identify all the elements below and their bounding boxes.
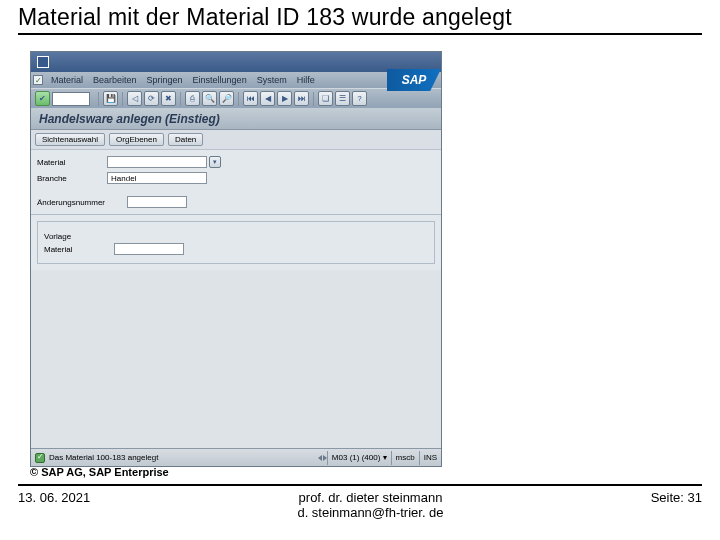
menu-system[interactable]: System: [252, 75, 292, 85]
status-message: Das Material 100-183 angelegt: [49, 453, 314, 462]
toolbar-separator: [98, 92, 99, 106]
system-menu-icon[interactable]: [37, 56, 49, 68]
footer-author-email: d. steinmann@fh-trier. de: [297, 505, 443, 520]
footer-page: Seite: 31: [651, 490, 702, 505]
btn-daten[interactable]: Daten: [168, 133, 203, 146]
screen-subtitle: Handelsware anlegen (Einstieg): [31, 108, 441, 130]
slide-copyright: © SAP AG, SAP Enterprise: [30, 466, 169, 478]
status-mode: INS: [419, 451, 441, 465]
btn-orgebenen[interactable]: OrgEbenen: [109, 133, 164, 146]
footer-author-name: prof. dr. dieter steinmann: [299, 490, 443, 505]
exit-icon[interactable]: ⟳: [144, 91, 159, 106]
triangle-left-icon: [318, 455, 322, 461]
vorlage-material-label: Material: [44, 245, 114, 254]
next-page-icon[interactable]: ▶: [277, 91, 292, 106]
prev-page-icon[interactable]: ◀: [260, 91, 275, 106]
find-icon[interactable]: 🔍: [202, 91, 217, 106]
slide-title: Material mit der Material ID 183 wurde a…: [18, 4, 702, 35]
back-icon[interactable]: ◁: [127, 91, 142, 106]
menu-bar: ✓ Material Bearbeiten Springen Einstellu…: [31, 72, 441, 88]
toolbar-separator: [122, 92, 123, 106]
material-f4-icon[interactable]: ▾: [209, 156, 221, 168]
command-field[interactable]: [52, 92, 90, 106]
vorlage-group: Vorlage Material: [37, 221, 435, 264]
print-icon[interactable]: ⎙: [185, 91, 200, 106]
first-page-icon[interactable]: ⏮: [243, 91, 258, 106]
vorlage-group-label: Vorlage: [44, 232, 428, 241]
menu-bearbeiten[interactable]: Bearbeiten: [88, 75, 142, 85]
application-toolbar: ✔ 💾 ◁ ⟳ ✖ ⎙ 🔍 🔎 ⏮ ◀ ▶ ⏭ ❏ ☰ ?: [31, 88, 441, 108]
status-success-icon: [35, 453, 45, 463]
layout-icon[interactable]: ☰: [335, 91, 350, 106]
last-page-icon[interactable]: ⏭: [294, 91, 309, 106]
screen-button-row: Sichtenauswahl OrgEbenen Daten: [31, 130, 441, 150]
window-titlebar: [31, 52, 441, 72]
material-input[interactable]: [107, 156, 207, 168]
status-scroll-icons[interactable]: [318, 455, 327, 461]
aenderung-input[interactable]: [127, 196, 187, 208]
find-next-icon[interactable]: 🔎: [219, 91, 234, 106]
sap-logo: SAP: [387, 69, 441, 91]
form-divider: [31, 214, 441, 215]
btn-sichtenauswahl[interactable]: Sichtenauswahl: [35, 133, 105, 146]
status-server: mscb: [391, 451, 419, 465]
status-bar: Das Material 100-183 angelegt M03 (1) (4…: [31, 448, 441, 466]
slide-footer: 13. 06. 2021 prof. dr. dieter steinmann …: [18, 490, 702, 520]
vorlage-material-input[interactable]: [114, 243, 184, 255]
enter-button-icon[interactable]: ✔: [35, 91, 50, 106]
menu-confirm-icon[interactable]: ✓: [33, 75, 43, 85]
toolbar-separator: [180, 92, 181, 106]
menu-material[interactable]: Material: [46, 75, 88, 85]
status-session[interactable]: M03 (1) (400) ▾: [327, 451, 391, 465]
branche-label: Branche: [37, 174, 107, 183]
footer-rule: [18, 484, 702, 486]
sap-window: ✓ Material Bearbeiten Springen Einstellu…: [30, 51, 442, 467]
form-area: Material ▾ Branche Handel Änderungsnumme…: [31, 150, 441, 270]
new-session-icon[interactable]: ❏: [318, 91, 333, 106]
save-icon[interactable]: 💾: [103, 91, 118, 106]
toolbar-separator: [313, 92, 314, 106]
cancel-icon[interactable]: ✖: [161, 91, 176, 106]
menu-einstellungen[interactable]: Einstellungen: [188, 75, 252, 85]
aenderung-label: Änderungsnummer: [37, 198, 127, 207]
menu-hilfe[interactable]: Hilfe: [292, 75, 320, 85]
material-label: Material: [37, 158, 107, 167]
footer-date: 13. 06. 2021: [18, 490, 90, 505]
menu-springen[interactable]: Springen: [142, 75, 188, 85]
help-icon[interactable]: ?: [352, 91, 367, 106]
toolbar-separator: [238, 92, 239, 106]
branche-input[interactable]: Handel: [107, 172, 207, 184]
